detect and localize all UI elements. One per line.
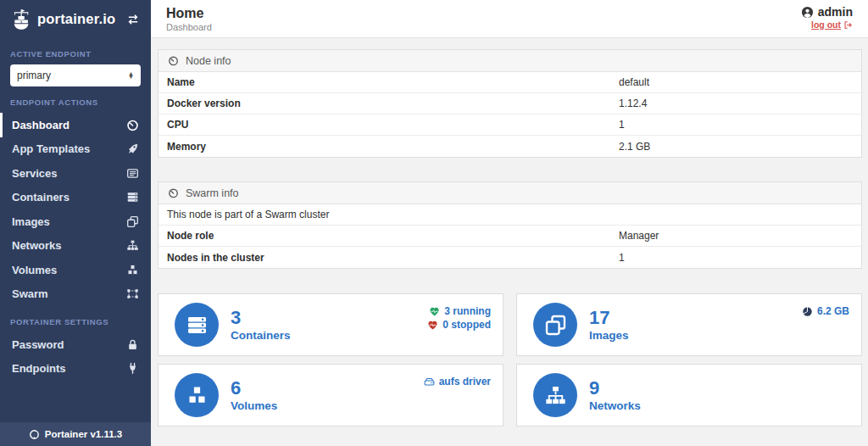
table-row: Docker version 1.12.4: [159, 93, 861, 114]
exchange-icon[interactable]: [125, 14, 141, 25]
select-carets-icon: ▲▼: [128, 72, 134, 80]
hdd-icon: [424, 376, 435, 387]
node-info-panel: Node info Name default Docker version 1.…: [158, 49, 862, 158]
cubes-icon: [126, 264, 139, 276]
endpoint-select[interactable]: primary ▲▼: [10, 64, 141, 86]
sidebar-footer[interactable]: Portainer v1.11.3: [0, 422, 151, 446]
heartbeat-green-icon: [429, 306, 440, 317]
node-info-title: Node info: [186, 55, 231, 67]
sitemap-icon: [544, 384, 567, 407]
containers-count: 3: [231, 308, 291, 327]
endpoint-select-value: primary: [17, 70, 128, 81]
sidebar-item-swarm[interactable]: Swarm: [0, 282, 151, 307]
object-group-icon: [126, 287, 139, 300]
user-box: admin log out: [801, 5, 853, 30]
list-alt-icon: [126, 167, 139, 180]
swarm-info-title: Swarm info: [186, 187, 239, 199]
sidebar-item-services[interactable]: Services: [0, 161, 151, 186]
main-area: Home Dashboard admin log out Node info N…: [151, 0, 868, 446]
cubes-icon: [186, 384, 209, 407]
user-circle-icon: [801, 6, 814, 19]
swarm-cluster-message: This node is part of a Swarm cluster: [159, 204, 861, 226]
sidebar-item-volumes[interactable]: Volumes: [0, 258, 151, 282]
github-icon: [29, 429, 40, 440]
images-count: 17: [589, 308, 629, 327]
server-icon: [126, 191, 139, 203]
sitemap-icon: [126, 239, 139, 252]
sidebar-menu: Dashboard App Templates Services Contain…: [0, 113, 151, 306]
networks-widget-circle: [533, 373, 577, 417]
clone-icon: [544, 314, 567, 337]
containers-widget[interactable]: 3 Containers 3 running 0 stopped: [158, 293, 504, 356]
networks-label: Networks: [589, 399, 641, 412]
lock-icon: [126, 338, 139, 351]
sidebar-item-images[interactable]: Images: [0, 209, 151, 234]
username: admin: [818, 5, 853, 19]
volumes-label: Volumes: [231, 399, 277, 412]
containers-widget-circle: [175, 303, 219, 347]
logo-row: portainer.io: [0, 0, 151, 38]
sidebar-item-containers[interactable]: Containers: [0, 186, 151, 210]
sidebar-item-networks[interactable]: Networks: [0, 234, 151, 259]
sidebar-settings-menu: Password Endpoints: [0, 332, 151, 381]
images-size-stat: 6.2 GB: [802, 305, 849, 317]
images-widget[interactable]: 17 Images 6.2 GB: [516, 293, 862, 356]
images-widget-circle: [533, 303, 577, 347]
endpoint-actions-label: ENDPOINT ACTIONS: [0, 98, 151, 107]
breadcrumb: Dashboard: [166, 22, 212, 32]
logout-link[interactable]: log out: [811, 20, 853, 30]
volumes-count: 6: [231, 378, 277, 398]
volumes-widget[interactable]: 6 Volumes aufs driver: [158, 364, 504, 426]
sidebar-item-dashboard[interactable]: Dashboard: [0, 113, 151, 137]
page-heading: Home Dashboard: [166, 5, 212, 32]
server-icon: [186, 314, 209, 337]
sidebar-item-app-templates[interactable]: App Templates: [0, 137, 151, 162]
sidebar: portainer.io ACTIVE ENDPOINT primary ▲▼ …: [0, 0, 151, 446]
running-stat: 3 running: [429, 305, 491, 317]
topbar: Home Dashboard admin log out: [151, 0, 868, 38]
table-row: Node role Manager: [159, 226, 861, 247]
table-row: CPU 1: [159, 114, 861, 136]
page-title: Home: [166, 5, 212, 21]
sidebar-item-endpoints[interactable]: Endpoints: [0, 357, 151, 382]
networks-count: 9: [589, 378, 641, 398]
table-row: Memory 2.1 GB: [159, 136, 861, 157]
networks-widget[interactable]: 9 Networks: [516, 364, 862, 426]
tachometer-icon: [168, 187, 179, 198]
pie-chart-icon: [802, 306, 813, 317]
portainer-crane-icon[interactable]: [10, 8, 32, 31]
heartbeat-red-icon: [427, 320, 438, 331]
volumes-widget-circle: [175, 373, 219, 417]
containers-label: Containers: [231, 329, 291, 342]
logo-text[interactable]: portainer.io: [37, 11, 115, 27]
stopped-stat: 0 stopped: [427, 319, 491, 331]
table-row: Nodes in the cluster 1: [159, 247, 861, 268]
active-endpoint-label: ACTIVE ENDPOINT: [0, 49, 151, 59]
sidebar-item-password[interactable]: Password: [0, 332, 151, 357]
volume-driver-stat: aufs driver: [424, 376, 491, 387]
version-text: Portainer v1.11.3: [45, 429, 122, 439]
rocket-icon: [126, 142, 139, 155]
portainer-settings-label: PORTAINER SETTINGS: [0, 317, 151, 326]
node-info-header: Node info: [159, 50, 861, 72]
plug-icon: [126, 362, 139, 375]
tachometer-icon: [126, 119, 139, 131]
swarm-info-panel: Swarm info This node is part of a Swarm …: [158, 181, 862, 269]
dashboard-widgets: 3 Containers 3 running 0 stopped: [158, 293, 862, 426]
sign-out-icon: [843, 20, 853, 30]
swarm-info-header: Swarm info: [159, 182, 861, 204]
dashboard-content: Node info Name default Docker version 1.…: [151, 38, 868, 426]
images-label: Images: [589, 329, 629, 342]
user-row: admin: [801, 5, 853, 19]
table-row: Name default: [159, 72, 861, 93]
clone-icon: [126, 215, 139, 228]
tachometer-icon: [168, 55, 179, 66]
